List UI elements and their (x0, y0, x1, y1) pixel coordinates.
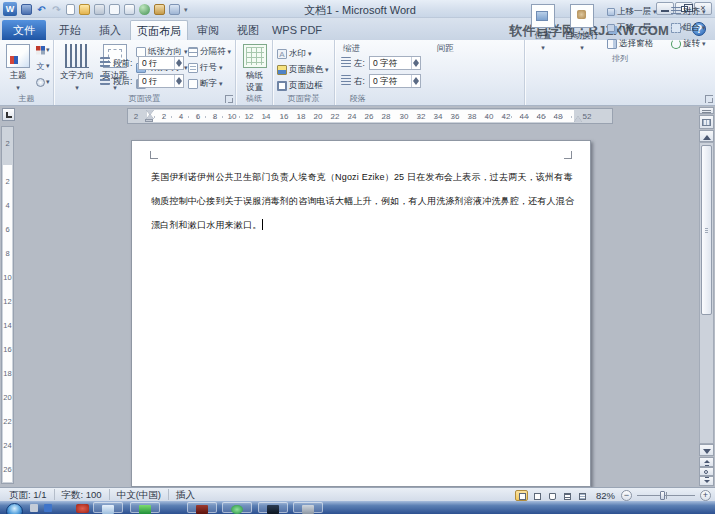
right-indent-marker[interactable] (574, 116, 582, 122)
taskbar-icon[interactable] (30, 504, 38, 512)
indent-right-spinner[interactable] (411, 75, 420, 87)
manuscript-setup-button[interactable]: 稿纸 设置 (238, 42, 271, 94)
theme-fonts-button[interactable]: 文 ▾ (36, 59, 52, 73)
document-page[interactable]: 美国伊利诺伊州公共卫生部门负责人埃奇克（Ngozi Ezike）25 日在发布会… (131, 140, 591, 487)
spin-down-icon[interactable] (176, 63, 182, 67)
spin-down-icon[interactable] (413, 63, 419, 67)
zoom-out-button[interactable]: − (621, 490, 632, 501)
previous-page-button[interactable] (699, 457, 714, 467)
ruler-number: 8 (213, 112, 217, 121)
theme-effects-button[interactable]: ▾ (36, 75, 52, 89)
taskbar-app-button[interactable] (130, 502, 160, 513)
zoom-in-button[interactable]: + (700, 490, 711, 501)
email-icon[interactable] (124, 4, 135, 15)
spacing-after-spinner[interactable] (174, 75, 183, 87)
page-borders-button[interactable]: 页面边框 (277, 78, 323, 93)
share-icon[interactable] (169, 4, 180, 15)
hyphenation-button[interactable]: 断字 ▾ (188, 76, 223, 91)
text-direction-button[interactable]: 文字方向 ▾ (58, 42, 96, 94)
indent-left-spinner[interactable] (411, 57, 420, 69)
tab-page-layout[interactable]: 页面布局 (130, 20, 188, 40)
print-icon[interactable] (94, 4, 105, 15)
redo-icon[interactable]: ↷ (51, 4, 62, 15)
tab-wps-pdf[interactable]: WPS PDF (268, 20, 326, 40)
undo-icon[interactable]: ↶ (36, 4, 47, 15)
spin-down-icon[interactable] (176, 81, 182, 85)
bring-forward-button[interactable]: 上移一层 ▾ (607, 4, 657, 19)
ruler-toggle-button[interactable] (699, 115, 714, 129)
qat-customize-icon[interactable]: ▾ (184, 4, 188, 15)
zoom-slider-thumb[interactable] (660, 491, 665, 500)
language-indicator[interactable]: 中文(中国) (110, 489, 169, 500)
send-backward-button[interactable]: 下移一层 ▾ (607, 20, 657, 35)
translate-icon[interactable] (139, 4, 150, 15)
ruler-number: 18 (297, 112, 306, 121)
tab-stop-selector[interactable] (2, 108, 15, 121)
page-count[interactable]: 页面: 1/1 (2, 489, 55, 500)
ruler-number: 34 (434, 112, 443, 121)
line-numbers-button[interactable]: 行号 ▾ (188, 60, 223, 75)
paragraph-dialog-launcher[interactable] (705, 95, 713, 103)
ruler-number: 2 (2, 139, 13, 148)
zoom-slider[interactable] (637, 490, 695, 501)
taskbar-app-button[interactable] (222, 502, 252, 513)
taskbar-app-button[interactable] (93, 502, 123, 513)
taskbar-app-button[interactable] (258, 502, 288, 513)
watermark-button[interactable]: A 水印 ▾ (277, 46, 312, 61)
print-layout-view-button[interactable] (515, 490, 528, 501)
page-color-button[interactable]: 页面颜色 ▾ (277, 62, 329, 77)
zoom-level[interactable]: 82% (596, 490, 615, 501)
word-app-icon[interactable]: W (3, 2, 17, 16)
next-page-button[interactable] (699, 476, 714, 486)
group-objects-button[interactable]: 组合 ▾ (671, 20, 706, 35)
print-preview-icon[interactable] (109, 4, 120, 15)
spacing-before-field[interactable]: 0 行 (138, 56, 184, 70)
tab-view[interactable]: 视图 (228, 20, 268, 40)
selection-pane-button[interactable]: 选择窗格 (607, 36, 653, 51)
insert-mode[interactable]: 插入 (169, 489, 202, 500)
quick-edit-icon[interactable] (154, 4, 165, 15)
ruler-number: 6 (2, 225, 13, 234)
spacing-after-field[interactable]: 0 行 (138, 74, 184, 88)
wrap-text-button[interactable]: 自动换行 ▾ (560, 2, 604, 54)
breaks-button[interactable]: 分隔符 ▾ (188, 44, 231, 59)
taskbar-app-button[interactable] (187, 502, 217, 513)
rotate-button[interactable]: 旋转 ▾ (671, 36, 706, 51)
spacing-before-spinner[interactable] (174, 57, 183, 69)
chevron-down-icon: ▾ (702, 41, 706, 47)
indent-right-field[interactable]: 0 字符 (369, 74, 421, 88)
tab-review[interactable]: 审阅 (188, 20, 228, 40)
open-icon[interactable] (79, 4, 90, 15)
indent-left-field[interactable]: 0 字符 (369, 56, 421, 70)
split-handle[interactable] (699, 107, 714, 114)
word-count[interactable]: 字数: 100 (55, 489, 110, 500)
scroll-down-button[interactable] (699, 444, 714, 456)
select-browse-object-button[interactable] (699, 467, 714, 476)
themes-button[interactable]: 主题 ▾ (3, 42, 33, 94)
save-icon[interactable] (21, 4, 32, 15)
web-layout-view-button[interactable] (545, 490, 558, 501)
draft-view-button[interactable] (575, 490, 588, 501)
chevron-down-icon: ▾ (541, 45, 545, 51)
taskbar-app-button[interactable] (293, 502, 323, 513)
scroll-up-button[interactable] (699, 130, 714, 142)
scrollbar-track[interactable] (699, 142, 714, 444)
taskbar-icon[interactable] (44, 504, 52, 512)
position-button[interactable]: 位置 ▾ (528, 2, 558, 54)
new-document-icon[interactable] (66, 4, 75, 15)
text-boundary-mark (150, 151, 158, 159)
tab-home[interactable]: 开始 (50, 20, 90, 40)
scrollbar-thumb[interactable] (701, 145, 712, 315)
text-line: 美国伊利诺伊州公共卫生部门负责人埃奇克（Ngozi Ezike）25 日在发布会… (151, 165, 585, 189)
spin-down-icon[interactable] (413, 81, 419, 85)
outline-view-button[interactable] (560, 490, 573, 501)
left-indent-marker[interactable] (145, 119, 153, 122)
align-button[interactable]: 对齐 ▾ (671, 4, 706, 19)
theme-colors-button[interactable]: ▾ (36, 43, 52, 57)
tab-insert[interactable]: 插入 (90, 20, 130, 40)
fullscreen-reading-view-button[interactable] (530, 490, 543, 501)
ruler-number: 20 (2, 393, 13, 402)
start-button[interactable] (6, 503, 23, 514)
taskbar-icon[interactable] (76, 504, 89, 513)
tab-file[interactable]: 文件 (2, 20, 46, 40)
